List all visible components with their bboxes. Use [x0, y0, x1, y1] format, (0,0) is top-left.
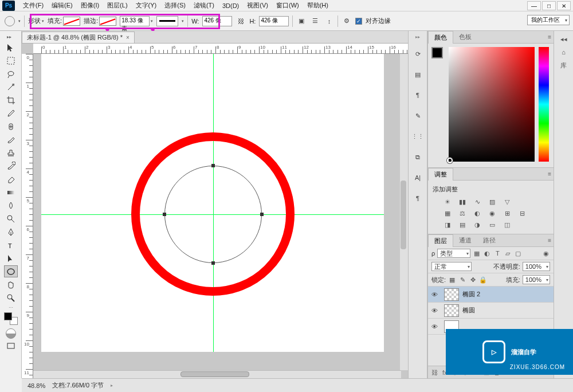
adjust-selective-icon[interactable]: ◫ [501, 220, 513, 229]
character-icon[interactable]: ¶ [411, 89, 424, 101]
adjust-exposure-icon[interactable]: ▨ [486, 197, 498, 206]
dodge-tool[interactable] [4, 213, 18, 225]
filter-type-icon[interactable]: T [493, 249, 501, 257]
palette-toggle[interactable]: ▸▸ [7, 34, 15, 39]
blur-tool[interactable] [4, 199, 18, 211]
brush-presets-icon[interactable]: ⋮⋮ [411, 130, 424, 143]
fill-swatch[interactable] [63, 17, 80, 26]
eraser-tool[interactable] [4, 173, 18, 185]
close-button[interactable]: ✕ [557, 1, 571, 10]
menu-layer[interactable]: 图层(L) [104, 0, 131, 11]
panel-menu-icon[interactable]: ≡ [548, 237, 551, 244]
height-input[interactable]: 426 像 [259, 16, 289, 26]
visibility-icon[interactable]: 👁 [431, 291, 441, 298]
swatches-tab[interactable]: 色板 [453, 31, 477, 43]
width-input[interactable]: 426 像 [202, 16, 232, 26]
tool-preset-icon[interactable] [5, 16, 15, 26]
layer-thumb[interactable] [444, 288, 459, 301]
doc-tab[interactable]: 未标题-1 @ 48.8% (椭圆 RGB/8) * × [22, 32, 135, 43]
adjust-invert-icon[interactable]: ◨ [442, 220, 453, 229]
stroke-style[interactable] [156, 16, 178, 26]
selection-handle-n[interactable] [211, 164, 215, 167]
type-panel-icon[interactable]: A| [411, 171, 424, 184]
visibility-icon[interactable]: 👁 [431, 307, 441, 314]
link-layers-icon[interactable]: ⛓ [431, 369, 438, 376]
menu-3d[interactable]: 3D(D) [219, 1, 242, 10]
menu-view[interactable]: 视图(V) [244, 0, 272, 11]
menu-image[interactable]: 图像(I) [77, 0, 103, 11]
properties-icon[interactable]: ▤ [411, 68, 424, 81]
canvas-viewport[interactable] [33, 54, 408, 368]
lasso-tool[interactable] [4, 68, 18, 80]
lock-artboard-icon[interactable]: ✥ [469, 276, 477, 284]
ellipse-tool[interactable] [4, 265, 18, 277]
menu-filter[interactable]: 滤镜(T) [190, 0, 218, 11]
menu-edit[interactable]: 编辑(E) [48, 0, 76, 11]
layer-item[interactable]: 👁 椭圆 [428, 303, 554, 319]
channels-tab[interactable]: 通道 [453, 234, 477, 246]
stamp-tool[interactable] [4, 147, 18, 159]
adjust-hue-icon[interactable]: ▦ [442, 209, 453, 218]
arrange-icon[interactable]: ↕ [324, 16, 334, 26]
menu-help[interactable]: 帮助(H) [304, 0, 332, 11]
paths-tab[interactable]: 路径 [477, 234, 501, 246]
type-tool[interactable]: T [4, 239, 18, 251]
menu-file[interactable]: 文件(F) [19, 0, 47, 11]
healing-tool[interactable] [4, 120, 18, 132]
doc-tab-close[interactable]: × [126, 34, 129, 41]
status-docinfo[interactable]: 文档:7.66M/0 字节 [52, 381, 104, 390]
stroke-width-input[interactable]: 18.33 像素 [120, 16, 150, 26]
menu-window[interactable]: 窗口(W) [273, 0, 303, 11]
zoom-tool[interactable] [4, 292, 18, 304]
adjust-gradient-map-icon[interactable]: ▭ [486, 220, 498, 229]
adjust-tab[interactable]: 调整 [428, 168, 453, 181]
adjust-brightness-icon[interactable]: ☀ [442, 197, 453, 206]
selection-ellipse[interactable] [164, 166, 262, 263]
history-brush-tool[interactable] [4, 160, 18, 172]
history-icon[interactable]: ⟳ [411, 48, 424, 60]
layer-thumb[interactable] [444, 304, 459, 317]
paragraph-icon[interactable]: ¶ [411, 192, 424, 205]
magic-wand-tool[interactable] [4, 81, 18, 93]
stroke-swatch[interactable] [99, 17, 116, 26]
adjust-curves-icon[interactable]: ∿ [472, 197, 483, 206]
menu-select[interactable]: 选择(S) [161, 0, 189, 11]
document-canvas[interactable] [41, 54, 384, 352]
tool-preset-dropdown[interactable]: ▾ [18, 19, 21, 23]
eyedropper-tool[interactable] [4, 107, 18, 119]
fill-select[interactable]: 100% [523, 275, 550, 284]
adjust-lut-icon[interactable]: ⊟ [516, 209, 528, 218]
marquee-tool[interactable] [4, 54, 18, 66]
library-label[interactable]: 库 [560, 61, 567, 70]
lock-pixels-icon[interactable]: ▦ [448, 276, 456, 284]
adjust-threshold-icon[interactable]: ◑ [472, 220, 483, 229]
minimize-button[interactable]: — [527, 1, 541, 10]
layer-name[interactable]: 椭圆 [462, 306, 475, 315]
layer-filter-type[interactable]: 类型 [437, 249, 470, 258]
filter-shape-icon[interactable]: ▱ [504, 249, 512, 257]
visibility-icon[interactable]: 👁 [431, 323, 441, 330]
maximize-button[interactable]: □ [542, 1, 556, 10]
selection-handle-w[interactable] [163, 213, 166, 216]
panel-menu-icon[interactable]: ≡ [548, 171, 551, 177]
adjust-levels-icon[interactable]: ▮▮ [457, 197, 468, 206]
crop-tool[interactable] [4, 94, 18, 106]
adjust-photo-filter-icon[interactable]: ◉ [486, 209, 498, 218]
shape-mode-dropdown[interactable]: ▾ [42, 19, 44, 23]
cc-library-icon[interactable]: ⌂ [562, 49, 566, 56]
gradient-tool[interactable] [4, 186, 18, 198]
path-ops-icon[interactable]: ▣ [296, 16, 307, 26]
blend-mode-select[interactable]: 正常 [431, 262, 472, 271]
color-fgbg-swatch[interactable] [431, 47, 443, 58]
align-edges-checkbox[interactable]: ✓ [355, 18, 362, 25]
adjust-balance-icon[interactable]: ⚖ [457, 209, 468, 218]
menu-type[interactable]: 文字(Y) [132, 0, 160, 11]
selection-handle-e[interactable] [260, 213, 264, 216]
filter-smart-icon[interactable]: ▢ [514, 249, 522, 257]
filter-image-icon[interactable]: ▦ [473, 249, 481, 257]
screen-mode[interactable] [4, 340, 18, 352]
adjust-bw-icon[interactable]: ◐ [472, 209, 483, 218]
layer-item[interactable]: 👁 椭圆 2 [428, 287, 554, 303]
brushes-icon[interactable]: ✎ [411, 109, 424, 122]
layer-name[interactable]: 椭圆 2 [462, 290, 480, 299]
